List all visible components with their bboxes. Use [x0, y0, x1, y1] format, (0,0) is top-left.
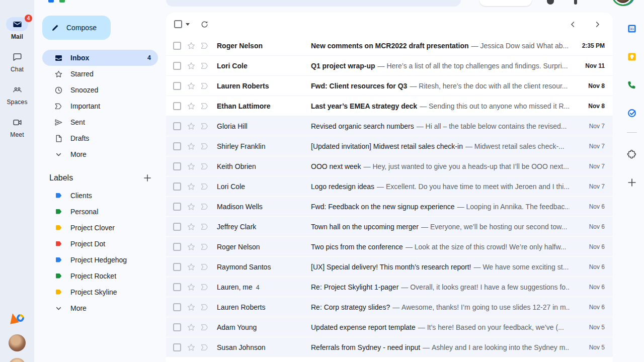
row-checkbox[interactable] [173, 162, 181, 170]
sidebar-item-starred[interactable]: Starred [42, 66, 158, 82]
label-item-project-clover[interactable]: Project Clover [42, 220, 158, 236]
star-icon[interactable] [187, 343, 196, 352]
rail-item-meet[interactable]: Meet [6, 115, 28, 138]
user-avatar[interactable] [9, 358, 26, 362]
star-icon[interactable] [187, 283, 196, 292]
sidebar-item-more[interactable]: More [42, 146, 158, 162]
search-input[interactable] [166, 0, 461, 7]
row-checkbox[interactable] [173, 42, 181, 50]
email-row[interactable]: Ethan LattimoreLast year’s EMEA strategy… [166, 96, 613, 116]
rail-item-mail[interactable]: 4Mail [6, 17, 28, 40]
email-row[interactable]: Lori ColeQ1 project wrap-upHere’s a list… [166, 56, 613, 76]
email-row[interactable]: Lauren, me4Re: Project Skylight 1-pagerO… [166, 277, 613, 297]
rail-item-chat[interactable]: Chat [6, 50, 28, 73]
star-icon[interactable] [187, 81, 196, 90]
importance-icon[interactable] [200, 61, 209, 70]
star-icon[interactable] [187, 61, 196, 70]
star-icon[interactable] [187, 303, 196, 312]
importance-icon[interactable] [200, 303, 209, 312]
label-item-clients[interactable]: Clients [42, 188, 158, 204]
importance-icon[interactable] [200, 323, 209, 332]
row-checkbox[interactable] [173, 303, 181, 311]
importance-icon[interactable] [200, 343, 209, 352]
sidebar-item-important[interactable]: Important [42, 98, 158, 114]
star-icon[interactable] [187, 222, 196, 231]
star-icon[interactable] [187, 262, 196, 272]
star-icon[interactable] [187, 122, 196, 131]
importance-icon[interactable] [200, 142, 209, 151]
row-checkbox[interactable] [173, 102, 181, 110]
star-icon[interactable] [187, 41, 196, 50]
plus-button[interactable] [627, 177, 637, 188]
add-label-button[interactable] [143, 173, 152, 183]
row-checkbox[interactable] [173, 263, 181, 271]
email-row[interactable]: Raymond Santos[UX] Special delivery! Thi… [166, 257, 613, 277]
brand-logo[interactable] [9, 311, 25, 326]
star-icon[interactable] [187, 102, 196, 111]
importance-icon[interactable] [200, 222, 209, 231]
importance-icon[interactable] [200, 162, 209, 171]
rail-item-spaces[interactable]: Spaces [6, 82, 28, 106]
row-checkbox[interactable] [173, 203, 181, 211]
importance-icon[interactable] [200, 262, 209, 272]
settings-icon[interactable] [574, 0, 577, 5]
star-icon[interactable] [187, 202, 196, 211]
chevron-right-icon[interactable] [593, 20, 602, 29]
row-checkbox[interactable] [173, 183, 181, 191]
label-item-project-rocket[interactable]: Project Rocket [42, 268, 158, 284]
star-icon[interactable] [187, 323, 196, 332]
select-all-checkbox[interactable] [174, 20, 182, 28]
voice-button[interactable] [627, 80, 637, 90]
star-icon[interactable] [187, 182, 196, 191]
tasks-button[interactable] [627, 108, 637, 118]
email-row[interactable]: Jeffrey ClarkTown hall on the upcoming m… [166, 217, 613, 237]
sidebar-item-drafts[interactable]: Drafts [42, 130, 158, 146]
email-row[interactable]: Roger NelsonNew comments on MCR2022 draf… [166, 36, 613, 56]
status-pill[interactable] [479, 0, 532, 6]
email-row[interactable]: Keith ObrienOOO next weekHey, just wante… [166, 156, 613, 176]
importance-icon[interactable] [200, 41, 209, 50]
importance-icon[interactable] [200, 122, 209, 131]
email-row[interactable]: Shirley Franklin[Updated invitation] Mid… [166, 136, 613, 156]
email-row[interactable]: Lori ColeLogo redesign ideasExcellent. D… [166, 176, 613, 197]
row-checkbox[interactable] [173, 62, 181, 70]
star-icon[interactable] [187, 162, 196, 171]
sidebar-item-snoozed[interactable]: Snoozed [42, 82, 158, 98]
email-row[interactable]: Gloria HillRevised organic search number… [166, 116, 613, 136]
refresh-icon[interactable] [200, 20, 209, 29]
compose-button[interactable]: Compose [42, 16, 111, 40]
label-item-project-hedgehog[interactable]: Project Hedgehog [42, 252, 158, 268]
label-item-project-skyline[interactable]: Project Skyline [42, 284, 158, 300]
row-checkbox[interactable] [173, 82, 181, 90]
keep-button[interactable] [627, 52, 637, 62]
calendar-button[interactable] [627, 24, 637, 34]
row-checkbox[interactable] [173, 323, 181, 331]
row-checkbox[interactable] [173, 283, 181, 291]
puzzle-button[interactable] [627, 149, 637, 159]
email-row[interactable]: Adam YoungUpdated expense report templat… [166, 317, 613, 337]
email-row[interactable]: Lauren RobertsFwd: Client resources for … [166, 76, 613, 96]
row-checkbox[interactable] [173, 142, 181, 150]
label-item-personal[interactable]: Personal [42, 204, 158, 220]
email-row[interactable]: Lauren RobertsRe: Corp strategy slides?A… [166, 297, 613, 317]
label-item-project-dot[interactable]: Project Dot [42, 236, 158, 252]
row-checkbox[interactable] [173, 223, 181, 231]
email-row[interactable]: Susan JohnsonReferrals from Sydney - nee… [166, 337, 613, 357]
importance-icon[interactable] [200, 283, 209, 292]
select-dropdown-caret[interactable] [186, 23, 190, 26]
help-icon[interactable] [547, 0, 554, 5]
row-checkbox[interactable] [173, 243, 181, 251]
chevron-left-icon[interactable] [569, 20, 577, 29]
importance-icon[interactable] [200, 242, 209, 251]
row-checkbox[interactable] [173, 122, 181, 130]
importance-icon[interactable] [200, 202, 209, 211]
importance-icon[interactable] [200, 102, 209, 111]
star-icon[interactable] [187, 242, 196, 251]
sidebar-item-sent[interactable]: Sent [42, 114, 158, 130]
user-avatar[interactable] [9, 334, 26, 351]
sidebar-item-inbox[interactable]: Inbox4 [42, 50, 158, 66]
star-icon[interactable] [187, 142, 196, 151]
importance-icon[interactable] [200, 81, 209, 90]
user-avatar[interactable] [613, 0, 632, 5]
email-row[interactable]: Roger NelsonTwo pics from the conference… [166, 237, 613, 257]
